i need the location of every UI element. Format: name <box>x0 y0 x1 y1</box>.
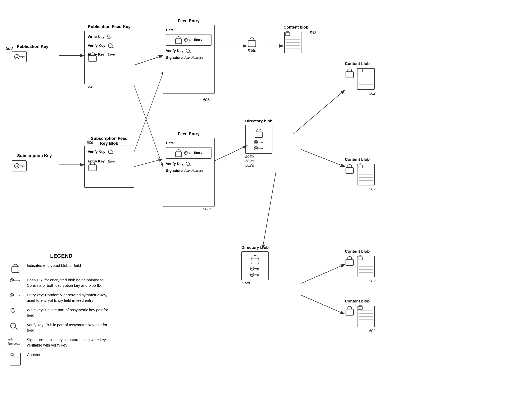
svg-rect-76 <box>358 69 362 72</box>
content-blob-top-title: Content blob <box>284 25 308 30</box>
svg-rect-95 <box>358 165 362 168</box>
entry-key-top <box>184 37 192 43</box>
ref-506a-bot: 506a <box>203 207 212 211</box>
pub-feed-lock <box>88 51 97 63</box>
verify-key-icon-sub <box>107 149 116 154</box>
svg-point-130 <box>11 295 13 296</box>
svg-line-9 <box>301 149 345 167</box>
content-blob-mid2-doc <box>356 163 375 186</box>
svg-rect-30 <box>89 56 96 62</box>
verify-key-entry-top: Verify Key <box>166 49 184 53</box>
legend-content-icon-wrap <box>8 352 23 366</box>
legend-item-entry-key: Entry key: Randomly-generated symmetric … <box>8 292 115 303</box>
content-blob-bot1-ref: 502 <box>345 279 375 283</box>
content-blob-bot2-ref: 502 <box>345 329 375 333</box>
svg-line-4 <box>134 159 163 167</box>
legend-verify-key-icon <box>10 322 21 329</box>
svg-rect-140 <box>11 354 13 355</box>
dir-top-hashkey2 <box>254 146 264 151</box>
pub-feed-key-title: Publication Feed Key <box>85 24 134 29</box>
legend-signature-icon: John Hancock <box>8 338 23 346</box>
signature-value-bot: John Hancock <box>184 169 203 173</box>
svg-rect-61 <box>248 41 256 47</box>
svg-rect-69 <box>346 72 354 78</box>
svg-rect-68 <box>285 32 290 36</box>
legend-entry-key-icon <box>10 293 21 298</box>
svg-line-3 <box>134 56 163 65</box>
svg-line-138 <box>15 327 18 329</box>
legend-write-key-icon-wrap <box>8 307 23 313</box>
dir-bot-hashkey2 <box>250 272 260 277</box>
legend-signature-icon-wrap: John Hancock <box>8 337 23 346</box>
legend-verify-key-text: Verify key: Public part of assymetric ke… <box>27 322 115 333</box>
signature-label-top: Signature <box>166 56 183 60</box>
ref-502a-dir: 502a <box>245 159 272 163</box>
pub-feed-ref: 506 <box>87 85 93 89</box>
svg-point-98 <box>252 268 253 269</box>
pub-feed-key-box: Publication Feed Key Write Key Verify Ke… <box>84 31 134 84</box>
svg-point-59 <box>186 162 190 165</box>
content-blob-top-ref: 502 <box>310 31 316 35</box>
subscription-key-label: Subscription Key <box>12 153 57 158</box>
svg-point-84 <box>255 148 257 149</box>
svg-line-11 <box>301 295 345 314</box>
svg-rect-115 <box>346 309 354 315</box>
content-blob-mid1-lock <box>345 67 355 79</box>
content-blob-bot2-lock <box>345 305 355 316</box>
svg-line-46 <box>112 153 114 154</box>
dir-top-hashkey1 <box>254 140 264 145</box>
svg-point-102 <box>250 273 254 276</box>
content-blob-bot2-doc <box>356 305 375 328</box>
svg-point-47 <box>108 160 111 163</box>
directory-blob-top-title: Directory blob <box>245 119 272 123</box>
legend-content-icon <box>10 353 21 366</box>
pub-key-ref: 508 <box>6 46 13 51</box>
legend-item-signature: John Hancock Signature: public-key signa… <box>8 337 115 348</box>
svg-line-8 <box>293 90 345 134</box>
legend-item-verify-key: Verify key: Public part of assymetric ke… <box>8 322 115 333</box>
entry-key-icon-sub <box>107 159 116 164</box>
svg-rect-31 <box>176 39 182 44</box>
svg-point-79 <box>255 142 257 143</box>
svg-rect-53 <box>176 152 182 157</box>
content-blob-mid1: Content blob 502 <box>345 61 375 95</box>
svg-marker-135 <box>10 313 11 313</box>
content-blob-mid1-doc <box>356 67 375 90</box>
date-label-top: Date <box>166 28 211 32</box>
legend-title: LEGEND <box>8 253 115 259</box>
svg-point-78 <box>254 140 258 144</box>
svg-point-48 <box>109 161 110 162</box>
entry-lock-top <box>175 36 182 44</box>
svg-point-103 <box>252 274 253 275</box>
svg-line-6 <box>215 145 247 161</box>
content-blob-bot2-title: Content blob <box>345 299 375 303</box>
svg-line-12 <box>262 172 276 249</box>
svg-point-37 <box>186 49 190 52</box>
entry-label-bot: Entry <box>194 151 202 155</box>
legend-entry-key-text: Entry key: Randomly-generated symmetric … <box>27 292 115 303</box>
svg-point-26 <box>109 54 110 55</box>
svg-rect-96 <box>251 258 259 264</box>
content-blob-mid2-ref: 502 <box>345 187 375 191</box>
verify-key-entry-bot: Verify Key <box>166 162 184 166</box>
legend: LEGEND Indicates encrypted blob or field <box>8 253 115 370</box>
subscription-key-box <box>12 160 27 172</box>
entry-lock-bot <box>175 149 182 157</box>
legend-item-hash: Hash URI for encrypted blob being pointe… <box>8 277 115 288</box>
verify-key-icon-pub <box>107 43 116 48</box>
sub-feed-key-box: Subscription FeedKey Blob Verify Key Ent… <box>84 145 134 188</box>
svg-rect-123 <box>12 267 19 272</box>
ref-506a-top: 506a <box>203 98 212 102</box>
legend-hash-icon-wrap <box>8 277 23 283</box>
content-blob-top-lock: 506b <box>247 36 257 53</box>
legend-entry-key-icon-wrap <box>8 292 23 298</box>
feed-entry-top-box: Feed Entry Date Entry Verify Key <box>163 25 215 94</box>
legend-verify-key-icon-wrap <box>8 322 23 329</box>
svg-rect-21 <box>107 35 111 39</box>
diagram-container: Publication Key 508 Publication Feed Key… <box>0 0 532 404</box>
svg-point-55 <box>185 152 186 153</box>
content-blob-top-lock-icon <box>247 36 257 48</box>
legend-hash-icon <box>10 278 21 283</box>
content-blob-bot1-title: Content blob <box>345 249 375 254</box>
legend-lock-icon-wrap <box>8 263 23 273</box>
